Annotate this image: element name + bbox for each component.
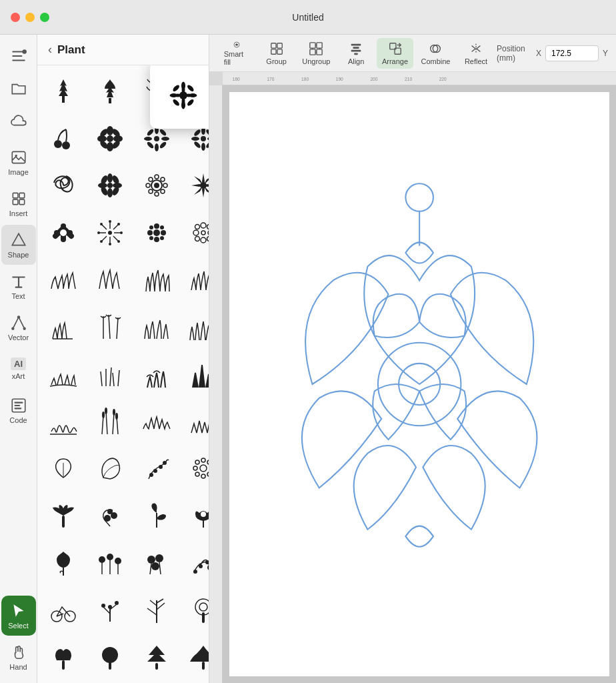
shape-flower-cluster[interactable] xyxy=(133,539,180,586)
shape-low-ground[interactable] xyxy=(133,398,180,444)
shape-grass4[interactable] xyxy=(180,256,209,303)
image-tool[interactable]: Image xyxy=(1,142,36,182)
shape-wavy-grass1[interactable] xyxy=(40,398,87,444)
canvas-background[interactable] xyxy=(223,85,616,683)
shape-sprout[interactable] xyxy=(133,492,180,539)
svg-point-154 xyxy=(195,472,199,476)
position-x-input[interactable] xyxy=(545,45,599,61)
shape-vine[interactable] xyxy=(180,539,209,586)
select-tool[interactable]: Select xyxy=(1,596,36,636)
shape-ring-flower[interactable] xyxy=(133,162,180,209)
smart-fill-button[interactable]: Smart fill xyxy=(217,38,256,69)
shape-cluster[interactable] xyxy=(133,209,180,256)
shape-rose[interactable] xyxy=(40,539,87,586)
panel-back-button[interactable]: ‹ xyxy=(48,43,52,57)
arrange-button[interactable]: Arrange xyxy=(377,38,413,69)
shape-open-flower[interactable] xyxy=(180,209,209,256)
svg-line-174 xyxy=(159,562,161,574)
shape-grass2[interactable] xyxy=(87,256,133,303)
vector-tool[interactable]: Vector xyxy=(1,307,36,348)
ungroup-button[interactable]: Ungroup xyxy=(297,38,335,69)
shape-bicycle-flower[interactable] xyxy=(40,586,87,633)
menu-icon-item[interactable] xyxy=(1,41,36,71)
flower-design xyxy=(229,92,609,676)
shape-branch1[interactable] xyxy=(87,586,133,633)
hand-icon xyxy=(10,644,27,661)
svg-rect-192 xyxy=(202,612,205,623)
svg-line-129 xyxy=(101,372,102,386)
shape-sunflower2[interactable] xyxy=(180,445,209,492)
reflect-button[interactable]: Reflect xyxy=(458,38,494,69)
shape-flower-sprig[interactable] xyxy=(133,445,180,492)
hand-tool[interactable]: Hand xyxy=(1,637,36,677)
shape-wide-tree[interactable] xyxy=(180,633,209,680)
svg-point-11 xyxy=(17,315,19,318)
svg-rect-6 xyxy=(13,193,18,198)
svg-rect-15 xyxy=(14,402,23,403)
shape-cross-flower[interactable] xyxy=(40,209,87,256)
shape-layered-tree[interactable] xyxy=(133,633,180,680)
shape-wild-grass[interactable] xyxy=(133,303,180,350)
shape-dense-grass[interactable] xyxy=(180,303,209,350)
shape-branch2[interactable] xyxy=(133,586,180,633)
align-button[interactable]: Align xyxy=(338,38,374,69)
reflect-icon xyxy=(469,41,483,56)
shape-low-grass1[interactable] xyxy=(40,351,87,398)
shape-berries[interactable] xyxy=(87,492,133,539)
svg-point-55 xyxy=(201,136,206,141)
shape-reed-grass[interactable] xyxy=(133,351,180,398)
svg-line-128 xyxy=(117,317,118,339)
svg-rect-198 xyxy=(155,663,158,670)
shape-lollipop-tree[interactable] xyxy=(180,586,209,633)
insert-tool[interactable]: Insert xyxy=(1,183,36,223)
svg-point-81 xyxy=(161,177,165,181)
svg-point-139 xyxy=(105,408,107,414)
svg-point-106 xyxy=(100,240,103,243)
shape-palm[interactable] xyxy=(40,492,87,539)
svg-line-133 xyxy=(118,370,119,386)
shape-grass3[interactable] xyxy=(133,256,180,303)
svg-point-53 xyxy=(175,93,181,97)
combine-button[interactable]: Combine xyxy=(416,38,455,69)
shape-tall-spiky[interactable] xyxy=(180,351,209,398)
shape-leaf2[interactable] xyxy=(87,445,133,492)
svg-point-145 xyxy=(159,465,163,469)
svg-rect-216 xyxy=(354,53,358,55)
shape-bare-oak[interactable] xyxy=(40,633,87,680)
canvas-white[interactable] xyxy=(229,92,609,676)
shape-maple[interactable] xyxy=(40,68,87,115)
shape-single-flower[interactable] xyxy=(180,492,209,539)
folder-icon-item[interactable] xyxy=(1,73,36,103)
svg-point-39 xyxy=(159,128,167,137)
shape-sparse-grass[interactable] xyxy=(87,351,133,398)
shape-leaf1[interactable] xyxy=(40,445,87,492)
shape-wildflowers[interactable] xyxy=(87,539,133,586)
shape-grass5[interactable] xyxy=(40,303,87,350)
shape-swirl[interactable] xyxy=(40,162,87,209)
shape-six-petal[interactable] xyxy=(87,162,133,209)
text-tool[interactable]: Text xyxy=(1,266,36,306)
shape-tall-grass[interactable] xyxy=(87,303,133,350)
shape-bare-tree[interactable] xyxy=(87,68,133,115)
shape-dandelion[interactable] xyxy=(87,209,133,256)
shape-round-tree[interactable] xyxy=(87,633,133,680)
group-button[interactable]: Group xyxy=(259,38,295,69)
cloud-icon-item[interactable] xyxy=(1,105,36,135)
shape-flower-detailed[interactable] xyxy=(133,115,180,162)
svg-point-193 xyxy=(195,599,209,615)
svg-point-37 xyxy=(161,137,169,141)
shape-spiky-flower[interactable] xyxy=(180,162,209,209)
code-tool[interactable]: Code xyxy=(1,390,36,430)
arrange-label: Arrange xyxy=(382,57,408,65)
xart-tool[interactable]: AI xArt xyxy=(1,349,36,389)
shape-grass1[interactable] xyxy=(40,256,87,303)
shape-tool[interactable]: Shape xyxy=(1,225,36,265)
shape-cherries[interactable] xyxy=(40,115,87,162)
close-button[interactable] xyxy=(11,13,20,22)
maximize-button[interactable] xyxy=(40,13,49,22)
minimize-button[interactable] xyxy=(25,13,35,22)
shape-hibiscus[interactable] xyxy=(87,115,133,162)
svg-point-51 xyxy=(182,86,185,93)
shape-spiked-ground[interactable] xyxy=(180,398,209,444)
shape-reeds[interactable] xyxy=(87,398,133,444)
